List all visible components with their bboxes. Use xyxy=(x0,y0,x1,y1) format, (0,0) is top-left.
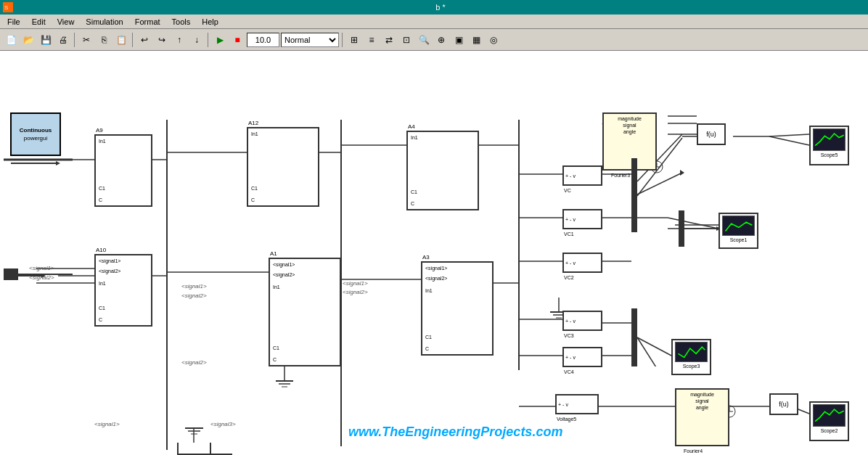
signal1-bottom-left: <signal1> xyxy=(94,421,120,427)
a3-label: A3 xyxy=(422,254,430,261)
app-icon: S xyxy=(3,2,13,12)
tool9-button[interactable]: ◎ xyxy=(486,32,501,48)
signal2-label-left: <signal2> xyxy=(29,274,54,281)
a3-block[interactable]: A3 <signal1> <signal2> In1 C1 C xyxy=(421,261,494,356)
tool2-button[interactable]: ≡ xyxy=(364,32,380,48)
voltage5-label: Voltage5 xyxy=(557,417,576,422)
copy-button[interactable]: ⎘ xyxy=(96,32,112,48)
print-button[interactable]: 🖨 xyxy=(55,32,71,48)
signal2-a3: <signal2> xyxy=(343,289,368,295)
scope3-block[interactable]: Scope3 xyxy=(671,339,711,375)
redo-button[interactable]: ↪ xyxy=(154,32,170,48)
sim-mode-select[interactable]: Normal Accelerator Rapid xyxy=(281,33,339,47)
watermark: www.TheEngineeringProjects.com xyxy=(348,425,562,440)
open-button[interactable]: 📂 xyxy=(20,32,36,48)
nav-down-button[interactable]: ↓ xyxy=(189,32,205,48)
signal1-label-left: <signal1> xyxy=(29,265,54,271)
vc4-block[interactable]: + - v VC4 xyxy=(562,347,602,367)
vc1-block[interactable]: + - v VC1 xyxy=(562,209,602,229)
menu-tools[interactable]: Tools xyxy=(166,16,197,28)
svg-rect-82 xyxy=(4,269,18,280)
menu-bar: File Edit View Simulation Format Tools H… xyxy=(0,15,868,29)
signal1-a1: <signal1> xyxy=(181,283,207,290)
a4-block[interactable]: A4 In1 C1 C xyxy=(406,131,479,210)
a4-label: A4 xyxy=(408,123,415,130)
menu-file[interactable]: File xyxy=(1,16,26,28)
scope3-label: Scope3 xyxy=(673,364,710,369)
menu-view[interactable]: View xyxy=(52,16,81,28)
scope1-block[interactable]: Scope1 xyxy=(718,213,758,249)
sep4 xyxy=(342,33,343,47)
undo-button[interactable]: ↩ xyxy=(136,32,152,48)
tool4-button[interactable]: ⊡ xyxy=(398,32,414,48)
fourier4-label: Fourier4 xyxy=(684,448,703,454)
vc1-label: VC1 xyxy=(564,231,574,237)
a12-label: A12 xyxy=(248,120,258,126)
tool6-button[interactable]: ⊕ xyxy=(433,32,449,48)
sim-time-input[interactable] xyxy=(247,33,279,47)
menu-simulation[interactable]: Simulation xyxy=(80,16,128,28)
a10-block[interactable]: A10 <signal1> <signal2> In1 C1 C xyxy=(94,254,152,327)
signal2-a1: <signal2> xyxy=(181,292,207,299)
vc2-block[interactable]: + - v VC2 xyxy=(562,253,602,273)
vc3-label: VC3 xyxy=(564,333,574,338)
fu1-block[interactable]: f(u) xyxy=(697,123,726,145)
signal1-a3: <signal1> xyxy=(343,280,368,287)
svg-marker-75 xyxy=(680,170,684,176)
a12-block[interactable]: A12 In1 C1 C xyxy=(247,127,319,207)
tool1-button[interactable]: ⊞ xyxy=(346,32,362,48)
fu2-label: f(u) xyxy=(779,401,789,408)
title-bar: S b * xyxy=(0,0,868,15)
powergui-block[interactable]: Continuous powergui xyxy=(10,112,61,156)
svg-line-74 xyxy=(637,173,682,194)
powergui-sublabel: powergui xyxy=(24,135,47,142)
tool7-button[interactable]: ▣ xyxy=(451,32,467,48)
fourier4-block[interactable]: magnitudesignalangle Fourier4 xyxy=(675,388,729,446)
fu2-block[interactable]: f(u) xyxy=(769,393,798,415)
sep3 xyxy=(208,33,209,47)
wire-svg xyxy=(0,51,868,455)
vc4-label: VC4 xyxy=(564,369,574,374)
toolbar: 📄 📂 💾 🖨 ✂ ⎘ 📋 ↩ ↪ ↑ ↓ ▶ ■ Normal Acceler… xyxy=(0,29,868,51)
continuous-label: Continuous xyxy=(20,127,52,134)
menu-format[interactable]: Format xyxy=(129,16,166,28)
sep1 xyxy=(74,33,75,47)
simulink-canvas[interactable]: Continuous powergui A9 In1 C1 C A12 In1 … xyxy=(0,51,868,455)
svg-text:S: S xyxy=(4,4,8,11)
new-button[interactable]: 📄 xyxy=(3,32,19,48)
window-title: b * xyxy=(16,3,865,12)
svg-line-41 xyxy=(769,136,809,145)
a9-block[interactable]: A9 In1 C1 C xyxy=(94,134,152,207)
voltage5-block[interactable]: + - v Voltage5 xyxy=(555,394,599,414)
fourier3-label: Fourier3 xyxy=(611,173,630,178)
signal3-bottom: <signal3> xyxy=(210,421,236,427)
a1-label: A1 xyxy=(270,250,277,257)
vc-label: VC xyxy=(564,188,571,193)
scope5-block[interactable]: Scope5 xyxy=(809,126,849,165)
sep2 xyxy=(132,33,134,47)
scope1-label: Scope1 xyxy=(720,237,757,242)
scope2-label: Scope2 xyxy=(811,428,848,433)
vc2-label: VC2 xyxy=(564,275,574,280)
tool8-button[interactable]: ▦ xyxy=(468,32,484,48)
vc-block[interactable]: + - v VC xyxy=(562,165,602,186)
scope2-block[interactable]: Scope2 xyxy=(809,401,849,441)
a1-block[interactable]: A1 <signal1> <signal2> In1 C1 C xyxy=(269,258,341,366)
nav-up-button[interactable]: ↑ xyxy=(171,32,187,48)
a9-label: A9 xyxy=(96,127,103,134)
cut-button[interactable]: ✂ xyxy=(78,32,94,48)
powergui-inner: Continuous powergui xyxy=(12,114,60,155)
paste-button[interactable]: 📋 xyxy=(113,32,129,48)
tool5-button[interactable]: 🔍 xyxy=(416,32,432,48)
menu-help[interactable]: Help xyxy=(196,16,224,28)
tool3-button[interactable]: ⇄ xyxy=(381,32,397,48)
save-button[interactable]: 💾 xyxy=(38,32,54,48)
fu1-label: f(u) xyxy=(706,131,716,138)
stop-button[interactable]: ■ xyxy=(229,32,245,48)
menu-edit[interactable]: Edit xyxy=(26,16,52,28)
run-button[interactable]: ▶ xyxy=(212,32,228,48)
svg-line-42 xyxy=(769,134,809,136)
svg-marker-71 xyxy=(56,161,60,165)
a10-label: A10 xyxy=(96,247,106,253)
vc3-block[interactable]: + - v VC3 xyxy=(562,311,602,331)
